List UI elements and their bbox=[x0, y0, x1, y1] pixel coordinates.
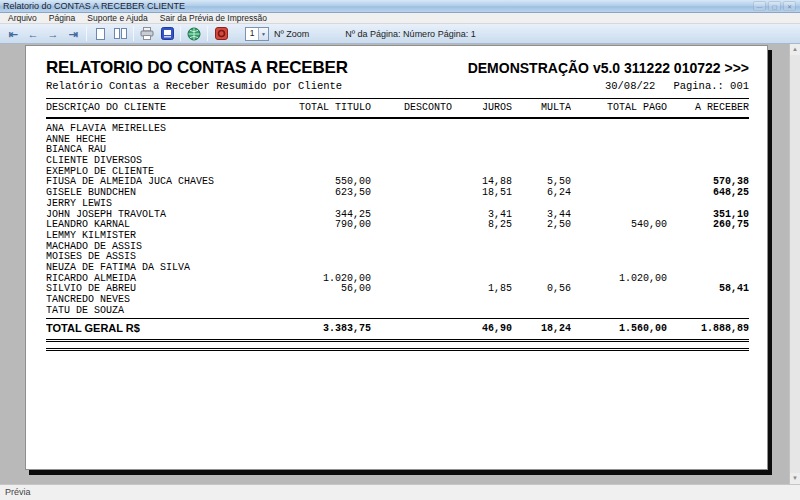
last-page-button[interactable]: ⇥ bbox=[64, 26, 82, 42]
first-page-icon: ⇤ bbox=[8, 26, 17, 42]
column-header: DESCONTO bbox=[371, 102, 452, 113]
cell-value bbox=[371, 263, 452, 274]
report-page-number: Pagina.: 001 bbox=[673, 80, 749, 92]
cell-value bbox=[571, 199, 667, 210]
cell-value bbox=[512, 124, 571, 135]
cell-value bbox=[667, 295, 749, 306]
cell-value bbox=[571, 135, 667, 146]
menu-suporte-e-ajuda[interactable]: Suporte e Ajuda bbox=[81, 13, 154, 24]
cell-value: 1,85 bbox=[452, 284, 512, 295]
cell-value bbox=[371, 242, 452, 253]
export-button[interactable] bbox=[185, 26, 203, 42]
client-name: RICARDO ALMEIDA bbox=[46, 274, 299, 285]
single-page-view-button[interactable] bbox=[91, 26, 109, 42]
cell-value bbox=[299, 124, 371, 135]
close-button[interactable]: ✕ bbox=[783, 1, 796, 11]
client-name: ANNE HECHE bbox=[46, 135, 299, 146]
cell-value bbox=[667, 156, 749, 167]
cell-value bbox=[371, 177, 452, 188]
table-row: ANNE HECHE bbox=[46, 135, 749, 146]
divider-rule bbox=[46, 98, 749, 99]
cell-value: 58,41 bbox=[667, 284, 749, 295]
cell-value: 6,24 bbox=[512, 188, 571, 199]
cell-value: 550,00 bbox=[299, 177, 371, 188]
client-name: MOISES DE ASSIS bbox=[46, 252, 299, 263]
cell-value: 14,88 bbox=[452, 177, 512, 188]
cell-value bbox=[371, 284, 452, 295]
cell-value: 3,41 bbox=[452, 210, 512, 221]
cell-value: 351,10 bbox=[667, 210, 749, 221]
table-row: TANCREDO NEVES bbox=[46, 295, 749, 306]
cell-value bbox=[452, 231, 512, 242]
chevron-down-icon[interactable]: ▼ bbox=[258, 28, 268, 40]
zoom-select[interactable]: 1 ▼ bbox=[245, 27, 269, 41]
cell-value bbox=[667, 145, 749, 156]
cell-value bbox=[667, 167, 749, 178]
cell-value bbox=[371, 306, 452, 317]
client-name: SILVIO DE ABREU bbox=[46, 284, 299, 295]
menu-arquivo[interactable]: Arquivo bbox=[2, 13, 43, 24]
cell-value bbox=[452, 295, 512, 306]
print-button[interactable] bbox=[138, 26, 156, 42]
minimize-button[interactable]: — bbox=[753, 1, 766, 11]
next-page-button[interactable]: → bbox=[44, 26, 62, 42]
two-page-view-button[interactable] bbox=[111, 26, 129, 42]
cell-value bbox=[512, 135, 571, 146]
client-name: TATU DE SOUZA bbox=[46, 306, 299, 317]
cell-value bbox=[571, 210, 667, 221]
cell-value bbox=[512, 242, 571, 253]
cell-value bbox=[667, 263, 749, 274]
cell-value bbox=[512, 295, 571, 306]
client-name: LEANDRO KARNAL bbox=[46, 220, 299, 231]
close-preview-icon bbox=[215, 27, 228, 40]
cell-value bbox=[667, 252, 749, 263]
export-globe-icon bbox=[187, 27, 201, 41]
cell-value: 2,50 bbox=[512, 220, 571, 231]
client-name: EXEMPLO DE CLIENTE bbox=[46, 167, 299, 178]
client-name: NEUZA DE FATIMA DA SILVA bbox=[46, 263, 299, 274]
vertical-scrollbar[interactable]: ▲ ▼ bbox=[789, 44, 800, 484]
print-setup-button[interactable] bbox=[158, 26, 176, 42]
column-header: A RECEBER bbox=[667, 102, 749, 113]
zoom-label: Nº Zoom bbox=[274, 29, 309, 39]
cell-value bbox=[571, 124, 667, 135]
cell-value bbox=[512, 199, 571, 210]
first-page-button[interactable]: ⇤ bbox=[4, 26, 22, 42]
cell-value bbox=[299, 156, 371, 167]
menu-pagina[interactable]: Página bbox=[43, 13, 81, 24]
previous-page-icon: ← bbox=[28, 26, 39, 42]
cell-value bbox=[571, 231, 667, 242]
report-rows: ANA FLAVIA MEIRELLESANNE HECHEBIANCA RAU… bbox=[46, 124, 749, 316]
cell-value bbox=[667, 231, 749, 242]
cell-value bbox=[452, 306, 512, 317]
cell-value: 260,75 bbox=[667, 220, 749, 231]
cell-value bbox=[371, 156, 452, 167]
scroll-down-icon[interactable]: ▼ bbox=[790, 473, 800, 484]
cell-value bbox=[299, 306, 371, 317]
cell-value bbox=[452, 124, 512, 135]
client-name: JERRY LEWIS bbox=[46, 199, 299, 210]
previous-page-button[interactable]: ← bbox=[24, 26, 42, 42]
table-row: ANA FLAVIA MEIRELLES bbox=[46, 124, 749, 135]
client-name: MACHADO DE ASSIS bbox=[46, 242, 299, 253]
window-controls: — ▢ ✕ bbox=[753, 1, 796, 11]
window-title: Relatorio do CONTAS A RECEBER CLIENTE bbox=[3, 0, 185, 13]
cell-value: 3,44 bbox=[512, 210, 571, 221]
cell-value: 8,25 bbox=[452, 220, 512, 231]
cell-value bbox=[452, 199, 512, 210]
toolbar-separator bbox=[180, 26, 181, 41]
cell-value: 790,00 bbox=[299, 220, 371, 231]
table-row: CLIENTE DIVERSOS bbox=[46, 156, 749, 167]
cell-value bbox=[371, 231, 452, 242]
scroll-up-icon[interactable]: ▲ bbox=[790, 44, 800, 55]
maximize-button[interactable]: ▢ bbox=[768, 1, 781, 11]
window-titlebar: Relatorio do CONTAS A RECEBER CLIENTE — … bbox=[0, 0, 800, 13]
statusbar: Prévia bbox=[0, 484, 800, 500]
total-value: 1.888,89 bbox=[667, 322, 749, 336]
close-preview-button[interactable] bbox=[212, 26, 230, 42]
client-name: JOHN JOSEPH TRAVOLTA bbox=[46, 210, 299, 221]
cell-value: 5,50 bbox=[512, 177, 571, 188]
menu-sair-da-previa[interactable]: Sair da Prévia de Impressão bbox=[154, 13, 273, 24]
report-date: 30/08/22 bbox=[605, 80, 655, 92]
cell-value bbox=[371, 135, 452, 146]
